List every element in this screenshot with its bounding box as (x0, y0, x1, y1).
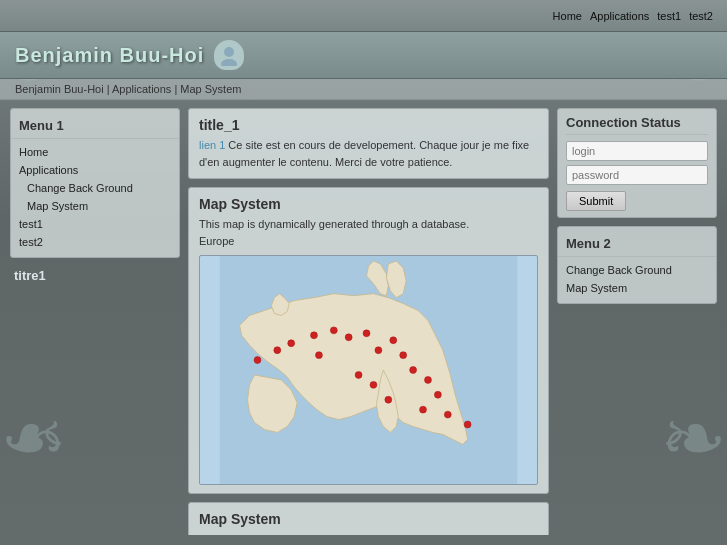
top-nav-applications[interactable]: Applications (586, 8, 653, 24)
svg-point-15 (434, 391, 441, 398)
right-sidebar: Connection Status Submit Menu 2 Change B… (557, 108, 717, 535)
map2-section-title: Map System (199, 511, 538, 527)
submit-button[interactable]: Submit (566, 191, 626, 211)
sidebar-item-home[interactable]: Home (11, 143, 179, 161)
svg-point-14 (425, 376, 432, 383)
user-icon (218, 44, 240, 66)
svg-point-1 (221, 59, 237, 66)
password-input[interactable] (566, 165, 708, 185)
main-layout: Menu 1 Home Applications Change Back Gro… (0, 100, 727, 543)
connection-box: Connection Status Submit (557, 108, 717, 218)
breadcrumb: Benjamin Buu-Hoi | Applications | Map Sy… (0, 79, 727, 100)
left-sidebar: Menu 1 Home Applications Change Back Gro… (10, 108, 180, 535)
svg-point-20 (385, 396, 392, 403)
title1-heading: title_1 (199, 117, 538, 133)
svg-point-7 (330, 327, 337, 334)
sidebar-item-test1[interactable]: test1 (11, 215, 179, 233)
section-map: Map System This map is dynamically gener… (188, 187, 549, 494)
top-nav-home[interactable]: Home (549, 8, 586, 24)
top-bar: Home Applications test1 test2 (0, 0, 727, 32)
sidebar-item-change-background[interactable]: Change Back Ground (11, 179, 179, 197)
svg-point-4 (274, 347, 281, 354)
svg-point-18 (370, 381, 377, 388)
map-section-title: Map System (199, 196, 538, 212)
titre1-label: titre1 (10, 266, 180, 285)
sidebar-item-applications[interactable]: Applications (11, 161, 179, 179)
svg-point-13 (410, 367, 417, 374)
menu2-item-change-background[interactable]: Change Back Ground (558, 261, 716, 279)
svg-point-17 (355, 371, 362, 378)
top-nav: Home Applications test1 test2 (549, 8, 717, 24)
svg-point-0 (224, 47, 234, 57)
svg-point-9 (363, 330, 370, 337)
menu2-box: Menu 2 Change Back Ground Map System (557, 226, 717, 304)
menu1-title: Menu 1 (11, 115, 179, 139)
menu2-title: Menu 2 (558, 233, 716, 257)
map-svg (200, 256, 537, 484)
map2-description: I used my map systems here to generate t… (199, 531, 538, 535)
svg-point-16 (420, 406, 427, 413)
lien1-label[interactable]: lien 1 (199, 139, 225, 151)
map-sub-label: Europe (199, 233, 538, 250)
section1-text: lien 1 Ce site est en cours de developem… (199, 137, 538, 170)
europe-map (199, 255, 538, 485)
svg-point-10 (375, 347, 382, 354)
section-title1: title_1 lien 1 Ce site est en cours de d… (188, 108, 549, 179)
svg-point-11 (390, 337, 397, 344)
section-map2: Map System I used my map systems here to… (188, 502, 549, 535)
breadcrumb-text: Benjamin Buu-Hoi | Applications | Map Sy… (15, 83, 241, 95)
svg-point-19 (315, 352, 322, 359)
avatar (214, 40, 244, 70)
svg-point-5 (288, 340, 295, 347)
svg-point-6 (311, 332, 318, 339)
top-nav-test1[interactable]: test1 (653, 8, 685, 24)
svg-point-3 (254, 357, 261, 364)
sidebar-item-map-system[interactable]: Map System (11, 197, 179, 215)
section1-description: Ce site est en cours de developement. Ch… (199, 139, 529, 168)
connection-title: Connection Status (566, 115, 708, 135)
svg-point-12 (400, 352, 407, 359)
svg-point-21 (444, 411, 451, 418)
center-content: title_1 lien 1 Ce site est en cours de d… (188, 108, 549, 535)
svg-point-22 (464, 421, 471, 428)
site-header: Benjamin Buu-Hoi (0, 32, 727, 79)
login-input[interactable] (566, 141, 708, 161)
svg-point-8 (345, 334, 352, 341)
top-nav-test2[interactable]: test2 (685, 8, 717, 24)
map-description: This map is dynamically generated throug… (199, 216, 538, 233)
site-title: Benjamin Buu-Hoi (15, 44, 204, 67)
menu1-box: Menu 1 Home Applications Change Back Gro… (10, 108, 180, 258)
menu2-item-map-system[interactable]: Map System (558, 279, 716, 297)
sidebar-item-test2[interactable]: test2 (11, 233, 179, 251)
